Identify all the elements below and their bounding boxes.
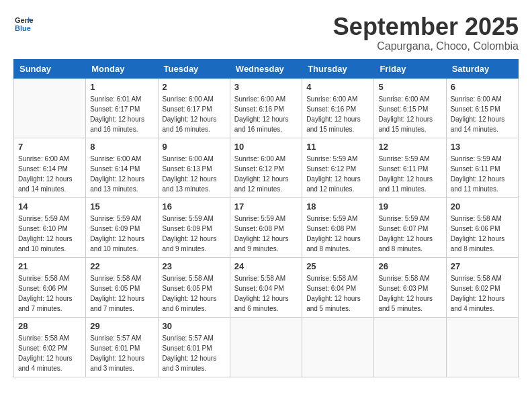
title-area: September 2025 Capurgana, Choco, Colombi…	[333, 13, 519, 52]
calendar-cell: 16Sunrise: 5:59 AM Sunset: 6:09 PM Dayli…	[158, 197, 230, 257]
day-number: 22	[90, 261, 153, 271]
day-number: 13	[451, 142, 514, 152]
day-info: Sunrise: 5:57 AM Sunset: 6:01 PM Dayligh…	[90, 333, 153, 373]
day-info: Sunrise: 6:00 AM Sunset: 6:14 PM Dayligh…	[90, 154, 153, 194]
day-info: Sunrise: 5:58 AM Sunset: 6:06 PM Dayligh…	[18, 273, 81, 314]
calendar-cell: 14Sunrise: 5:59 AM Sunset: 6:10 PM Dayli…	[14, 197, 86, 257]
day-info: Sunrise: 6:00 AM Sunset: 6:14 PM Dayligh…	[18, 154, 81, 194]
calendar-cell: 6Sunrise: 6:00 AM Sunset: 6:15 PM Daylig…	[446, 78, 518, 138]
day-number: 26	[378, 261, 441, 271]
day-info: Sunrise: 5:59 AM Sunset: 6:12 PM Dayligh…	[306, 154, 369, 194]
day-info: Sunrise: 5:58 AM Sunset: 6:06 PM Dayligh…	[451, 214, 514, 254]
day-number: 15	[90, 201, 153, 212]
day-number: 27	[451, 261, 514, 271]
day-number: 5	[378, 82, 441, 92]
calendar-cell: 17Sunrise: 5:59 AM Sunset: 6:08 PM Dayli…	[230, 197, 302, 257]
calendar-cell: 30Sunrise: 5:57 AM Sunset: 6:01 PM Dayli…	[158, 317, 230, 377]
day-number: 1	[90, 82, 153, 92]
calendar-cell	[302, 317, 374, 377]
calendar-cell: 29Sunrise: 5:57 AM Sunset: 6:01 PM Dayli…	[86, 317, 158, 377]
day-info: Sunrise: 6:01 AM Sunset: 6:17 PM Dayligh…	[90, 94, 153, 134]
day-number: 11	[306, 142, 369, 152]
day-number: 9	[163, 142, 226, 152]
day-info: Sunrise: 5:58 AM Sunset: 6:03 PM Dayligh…	[378, 273, 441, 314]
day-info: Sunrise: 5:59 AM Sunset: 6:11 PM Dayligh…	[451, 154, 514, 194]
calendar-cell: 8Sunrise: 6:00 AM Sunset: 6:14 PM Daylig…	[86, 138, 158, 197]
logo: General Blue	[13, 13, 30, 30]
day-info: Sunrise: 5:57 AM Sunset: 6:01 PM Dayligh…	[163, 333, 226, 373]
day-info: Sunrise: 5:59 AM Sunset: 6:11 PM Dayligh…	[378, 154, 441, 194]
day-info: Sunrise: 5:59 AM Sunset: 6:09 PM Dayligh…	[163, 214, 226, 254]
calendar-cell: 22Sunrise: 5:58 AM Sunset: 6:05 PM Dayli…	[86, 257, 158, 317]
calendar-cell: 7Sunrise: 6:00 AM Sunset: 6:14 PM Daylig…	[14, 138, 86, 197]
day-info: Sunrise: 6:00 AM Sunset: 6:15 PM Dayligh…	[378, 94, 441, 134]
calendar-cell: 18Sunrise: 5:59 AM Sunset: 6:08 PM Dayli…	[302, 197, 374, 257]
week-row-4: 21Sunrise: 5:58 AM Sunset: 6:06 PM Dayli…	[14, 257, 519, 317]
day-number: 6	[451, 82, 514, 92]
calendar-cell: 28Sunrise: 5:58 AM Sunset: 6:02 PM Dayli…	[14, 317, 86, 377]
day-info: Sunrise: 5:58 AM Sunset: 6:02 PM Dayligh…	[451, 273, 514, 314]
header: General Blue September 2025 Capurgana, C…	[13, 13, 519, 52]
calendar-cell: 10Sunrise: 6:00 AM Sunset: 6:12 PM Dayli…	[230, 138, 302, 197]
calendar-cell: 12Sunrise: 5:59 AM Sunset: 6:11 PM Dayli…	[374, 138, 446, 197]
calendar-cell: 25Sunrise: 5:58 AM Sunset: 6:04 PM Dayli…	[302, 257, 374, 317]
month-title: September 2025	[333, 13, 519, 40]
weekday-header-saturday: Saturday	[446, 59, 518, 78]
day-info: Sunrise: 6:00 AM Sunset: 6:16 PM Dayligh…	[306, 94, 369, 134]
calendar-cell: 26Sunrise: 5:58 AM Sunset: 6:03 PM Dayli…	[374, 257, 446, 317]
day-number: 20	[451, 201, 514, 212]
day-info: Sunrise: 5:58 AM Sunset: 6:05 PM Dayligh…	[90, 273, 153, 314]
day-number: 2	[163, 82, 226, 92]
week-row-5: 28Sunrise: 5:58 AM Sunset: 6:02 PM Dayli…	[14, 317, 519, 377]
day-info: Sunrise: 5:59 AM Sunset: 6:08 PM Dayligh…	[306, 214, 369, 254]
day-info: Sunrise: 6:00 AM Sunset: 6:15 PM Dayligh…	[451, 94, 514, 134]
calendar-cell	[14, 78, 86, 138]
day-info: Sunrise: 5:59 AM Sunset: 6:09 PM Dayligh…	[90, 214, 153, 254]
day-info: Sunrise: 6:00 AM Sunset: 6:17 PM Dayligh…	[163, 94, 226, 134]
day-info: Sunrise: 5:59 AM Sunset: 6:08 PM Dayligh…	[234, 214, 298, 254]
week-row-2: 7Sunrise: 6:00 AM Sunset: 6:14 PM Daylig…	[14, 138, 519, 197]
location-subtitle: Capurgana, Choco, Colombia	[333, 40, 519, 52]
weekday-header-tuesday: Tuesday	[158, 59, 230, 78]
day-number: 25	[306, 261, 369, 271]
calendar-cell: 2Sunrise: 6:00 AM Sunset: 6:17 PM Daylig…	[158, 78, 230, 138]
day-number: 18	[306, 201, 369, 212]
weekday-header-sunday: Sunday	[14, 59, 86, 78]
day-info: Sunrise: 6:00 AM Sunset: 6:16 PM Dayligh…	[234, 94, 298, 134]
day-info: Sunrise: 6:00 AM Sunset: 6:13 PM Dayligh…	[163, 154, 226, 194]
week-row-1: 1Sunrise: 6:01 AM Sunset: 6:17 PM Daylig…	[14, 78, 519, 138]
day-number: 4	[306, 82, 369, 92]
svg-text:Blue: Blue	[15, 24, 31, 32]
day-info: Sunrise: 5:58 AM Sunset: 6:04 PM Dayligh…	[306, 273, 369, 314]
day-number: 28	[18, 321, 81, 331]
calendar-cell: 13Sunrise: 5:59 AM Sunset: 6:11 PM Dayli…	[446, 138, 518, 197]
calendar-cell: 20Sunrise: 5:58 AM Sunset: 6:06 PM Dayli…	[446, 197, 518, 257]
calendar-cell: 3Sunrise: 6:00 AM Sunset: 6:16 PM Daylig…	[230, 78, 302, 138]
day-number: 23	[163, 261, 226, 271]
day-number: 16	[163, 201, 226, 212]
weekday-header-row: SundayMondayTuesdayWednesdayThursdayFrid…	[14, 59, 519, 78]
calendar-cell: 4Sunrise: 6:00 AM Sunset: 6:16 PM Daylig…	[302, 78, 374, 138]
day-info: Sunrise: 5:59 AM Sunset: 6:10 PM Dayligh…	[18, 214, 81, 254]
day-number: 21	[18, 261, 81, 271]
calendar-cell	[374, 317, 446, 377]
weekday-header-monday: Monday	[86, 59, 158, 78]
weekday-header-friday: Friday	[374, 59, 446, 78]
day-number: 7	[18, 142, 81, 152]
day-number: 30	[163, 321, 226, 331]
day-number: 29	[90, 321, 153, 331]
day-info: Sunrise: 5:58 AM Sunset: 6:02 PM Dayligh…	[18, 333, 81, 373]
day-number: 14	[18, 201, 81, 212]
day-number: 8	[90, 142, 153, 152]
calendar-cell: 21Sunrise: 5:58 AM Sunset: 6:06 PM Dayli…	[14, 257, 86, 317]
calendar-cell: 11Sunrise: 5:59 AM Sunset: 6:12 PM Dayli…	[302, 138, 374, 197]
calendar-cell: 1Sunrise: 6:01 AM Sunset: 6:17 PM Daylig…	[86, 78, 158, 138]
day-number: 12	[378, 142, 441, 152]
svg-text:General: General	[15, 16, 34, 24]
day-info: Sunrise: 5:58 AM Sunset: 6:05 PM Dayligh…	[163, 273, 226, 314]
calendar-cell: 27Sunrise: 5:58 AM Sunset: 6:02 PM Dayli…	[446, 257, 518, 317]
day-number: 19	[378, 201, 441, 212]
calendar-cell	[446, 317, 518, 377]
calendar-cell: 9Sunrise: 6:00 AM Sunset: 6:13 PM Daylig…	[158, 138, 230, 197]
calendar-cell: 15Sunrise: 5:59 AM Sunset: 6:09 PM Dayli…	[86, 197, 158, 257]
